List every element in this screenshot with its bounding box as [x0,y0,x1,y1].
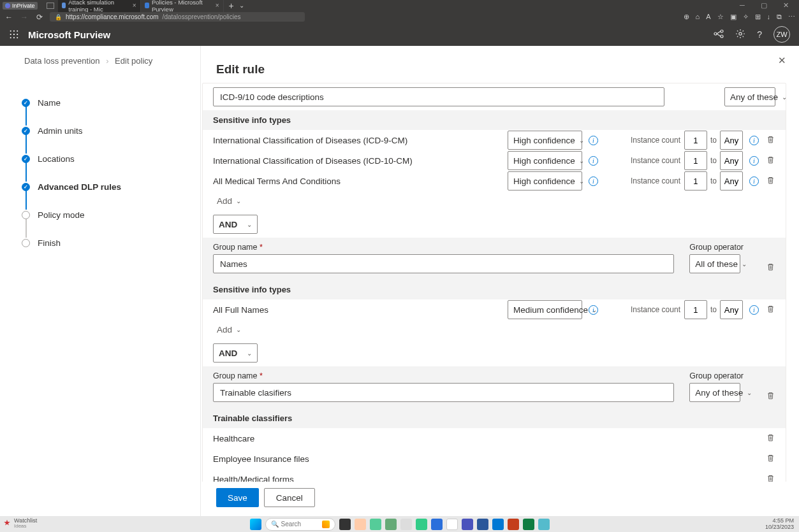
star-icon[interactable]: ☆ [717,13,724,21]
instance-to-dropdown[interactable]: Any [720,131,743,150]
rule-scroll-area[interactable]: Any of these⌄ Sensitive info types Inter… [201,82,799,482]
step-admin-units[interactable]: Admin units [22,117,200,145]
taskbar-widgets[interactable]: WatchlistIdeas [4,518,37,529]
fav-icon[interactable]: ✧ [743,13,749,21]
taskbar-search[interactable]: 🔍Search [265,518,335,531]
home-icon[interactable]: ⌂ [696,13,700,21]
info-icon[interactable]: i [589,156,598,166]
start-icon[interactable] [250,519,261,530]
instance-from-input[interactable] [684,131,707,150]
excel-icon[interactable] [523,519,534,530]
step-name[interactable]: Name [22,89,200,117]
delete-tc-icon[interactable] [765,454,775,464]
step-advanced-rules[interactable]: Advanced DLP rules [22,173,200,201]
step-locations[interactable]: Locations [22,145,200,173]
delete-group-icon[interactable] [765,391,775,402]
tc-row: Health/Medical forms [203,469,786,482]
confidence-dropdown[interactable]: High confidence⌄ [508,171,582,191]
flow-icon[interactable] [714,29,724,41]
url-input[interactable]: 🔒 https://compliance.microsoft.com/datal… [50,12,305,22]
taskbar-clock[interactable]: 4:55 PM 10/23/2023 [765,518,794,531]
info-icon[interactable]: i [589,305,598,315]
group3-name-input[interactable] [213,383,674,402]
download-icon[interactable]: ↓ [767,13,771,21]
app-icon[interactable] [538,519,550,530]
new-tab-button[interactable]: + [224,1,239,11]
confidence-dropdown[interactable]: Medium confidence⌄ [508,300,582,319]
delete-sit-icon[interactable] [765,305,775,315]
instance-from-input[interactable] [684,151,707,170]
group-operator-dropdown[interactable]: AND⌄ [213,215,258,234]
group2-operator-dropdown[interactable]: All of these⌄ [689,254,740,273]
instance-to-dropdown[interactable]: Any [720,300,743,319]
tab-group-icon[interactable] [47,3,54,9]
instance-from-input[interactable] [684,171,707,191]
step-finish[interactable]: Finish [22,229,200,257]
step-policy-mode[interactable]: Policy mode [22,201,200,229]
close-panel-icon[interactable]: ✕ [778,55,786,66]
info-icon[interactable]: i [749,136,759,145]
instance-to-dropdown[interactable]: Any [720,151,743,170]
powerpoint-icon[interactable] [508,519,519,530]
settings-taskbar-icon[interactable] [385,519,397,530]
app-launcher-icon[interactable] [9,29,19,40]
back-icon[interactable]: ← [4,13,14,22]
tab-close-icon[interactable]: × [133,2,136,9]
avatar[interactable]: ZW [773,26,790,43]
instance-to-dropdown[interactable]: Any [720,171,743,191]
refresh-icon[interactable]: ⟳ [34,13,45,22]
info-icon[interactable]: i [749,305,759,315]
maximize-icon[interactable]: ▢ [753,1,775,10]
help-icon[interactable]: ? [757,29,762,40]
delete-group-icon[interactable] [765,262,775,273]
close-window-icon[interactable]: ✕ [775,1,796,10]
group3-operator-dropdown[interactable]: Any of these⌄ [689,383,740,402]
split-icon[interactable]: ▣ [730,13,737,21]
breadcrumb-root[interactable]: Data loss prevention [24,56,100,66]
add-sit-button-2[interactable]: Add⌄ [203,320,786,340]
confidence-dropdown[interactable]: High confidence⌄ [508,151,582,170]
group1-name-input[interactable] [213,87,664,106]
delete-sit-icon[interactable] [765,176,775,187]
chrome-icon[interactable] [446,519,458,530]
tab-close-icon[interactable]: × [216,2,219,9]
delete-tc-icon[interactable] [765,433,775,444]
zoom-icon[interactable]: ⊕ [684,13,689,21]
info-icon[interactable]: i [749,156,759,166]
a-icon[interactable]: A [706,13,710,21]
taskview-icon[interactable] [339,519,351,530]
more-icon[interactable]: ⋯ [788,13,795,21]
add-sit-button[interactable]: Add⌄ [203,191,786,211]
edge-icon[interactable] [431,519,443,530]
cancel-button[interactable]: Cancel [264,488,315,507]
collections-icon[interactable]: ⊞ [755,13,761,21]
explorer-icon[interactable] [355,519,366,530]
minimize-icon[interactable]: ─ [731,1,753,10]
group2-name-input[interactable] [213,254,674,273]
delete-sit-icon[interactable] [765,155,775,166]
group1-operator-dropdown[interactable]: Any of these⌄ [724,87,775,106]
group-operator-dropdown-2[interactable]: AND⌄ [213,343,258,363]
info-icon[interactable]: i [589,136,598,145]
word-icon[interactable] [477,519,488,530]
info-icon[interactable]: i [749,176,759,186]
tab-overflow-icon[interactable]: ⌄ [239,2,244,9]
chevron-down-icon: ⌄ [236,326,241,333]
app-icon[interactable] [492,519,504,530]
delete-tc-icon[interactable] [765,474,775,482]
settings-icon[interactable] [735,29,745,41]
app-icon[interactable] [400,519,412,530]
extensions-icon[interactable]: ⧉ [777,13,782,21]
confidence-dropdown[interactable]: High confidence⌄ [508,131,582,150]
delete-sit-icon[interactable] [765,135,775,146]
instance-from-input[interactable] [684,300,707,319]
app-icon[interactable] [416,519,427,530]
chevron-down-icon: ⌄ [747,389,752,396]
sit-name: All Full Names [213,305,508,315]
save-button[interactable]: Save [216,488,259,507]
chat-icon[interactable] [370,519,381,530]
teams-icon[interactable] [462,519,473,530]
dropdown-value: AND [219,220,237,229]
info-icon[interactable]: i [589,176,598,186]
url-path: /datalossprevention/policies [163,13,241,20]
